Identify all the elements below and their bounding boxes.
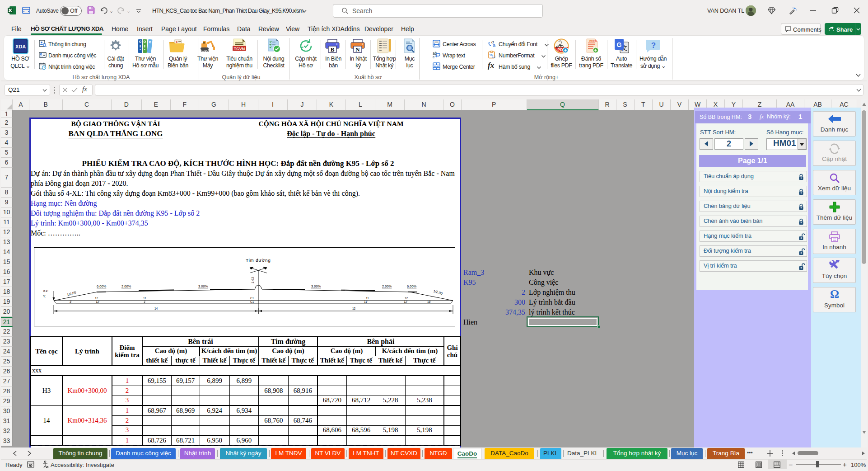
svg-text:2.00%: 2.00% bbox=[382, 284, 392, 288]
svg-text:Tim đường: Tim đường bbox=[246, 258, 271, 263]
svg-text:12: 12 bbox=[405, 297, 408, 300]
svg-text:3.00%: 3.00% bbox=[311, 284, 321, 288]
svg-text:12': 12' bbox=[96, 300, 99, 303]
svg-text:TCVN: TCVN bbox=[234, 47, 245, 51]
svg-text:PDF: PDF bbox=[589, 40, 595, 42]
svg-text:14: 14 bbox=[154, 307, 158, 310]
svg-text:?: ? bbox=[651, 41, 656, 50]
svg-text:C1: C1 bbox=[250, 300, 254, 303]
svg-text:B: B bbox=[331, 46, 335, 53]
svg-text:a: a bbox=[493, 42, 496, 48]
svg-text:11: 11 bbox=[366, 297, 369, 300]
svg-text:3': 3' bbox=[70, 300, 72, 303]
svg-text:1': 1' bbox=[144, 300, 146, 303]
svg-text:C1: C1 bbox=[250, 297, 254, 300]
svg-text:12': 12' bbox=[404, 300, 407, 303]
svg-text:12: 12 bbox=[492, 55, 495, 58]
svg-text:G: G bbox=[617, 41, 622, 48]
svg-text:2.00%: 2.00% bbox=[121, 284, 131, 288]
svg-text:Y:: Y: bbox=[43, 294, 46, 298]
svg-text:N: N bbox=[355, 46, 360, 53]
svg-text:11': 11' bbox=[364, 300, 368, 303]
svg-text:12: 12 bbox=[95, 297, 98, 300]
svg-text:11: 11 bbox=[143, 297, 146, 300]
svg-text:6.00%: 6.00% bbox=[97, 284, 107, 288]
svg-text:1.62: 1.62 bbox=[251, 277, 255, 283]
svg-text:6.00%: 6.00% bbox=[407, 284, 417, 288]
svg-text:XDA: XDA bbox=[15, 44, 26, 49]
svg-text:12: 12 bbox=[352, 307, 356, 310]
svg-text:X1:: X1: bbox=[43, 289, 48, 293]
svg-text:15': 15' bbox=[427, 300, 431, 303]
svg-text:3.00%: 3.00% bbox=[198, 284, 208, 288]
